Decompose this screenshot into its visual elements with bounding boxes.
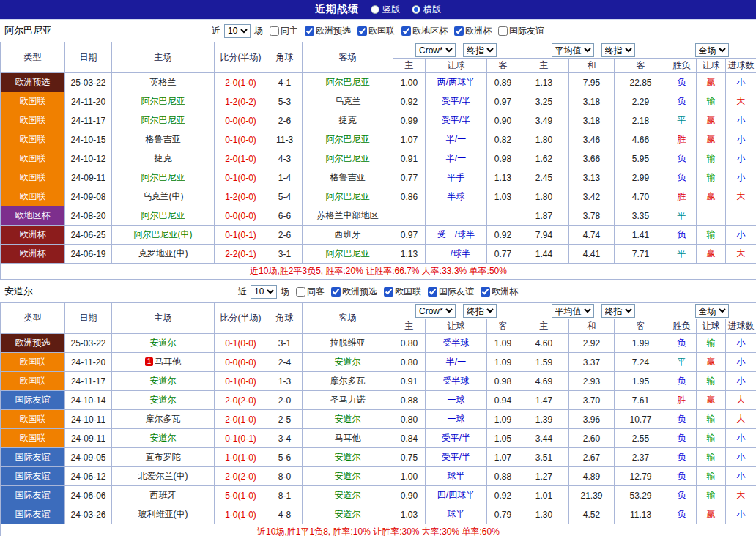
filter-checkbox-同主[interactable]: 同主 (270, 25, 298, 37)
avg-odds-select[interactable]: 平均值 (552, 304, 594, 318)
avg-home: 1.39 (519, 410, 569, 429)
filter-checkbox-欧洲预选[interactable]: 欧洲预选 (331, 286, 377, 298)
odds-away: 0.92 (487, 226, 519, 245)
column-header: 比分(半场) (215, 42, 267, 73)
avg-draw: 3.96 (569, 410, 615, 429)
handicap: 两/两球半 (426, 73, 487, 92)
sub-column-header: 让球 (697, 59, 726, 73)
sub-column-header: 和 (569, 59, 615, 73)
filter-checkbox-欧国联[interactable]: 欧国联 (357, 25, 395, 37)
odds-away: 1.13 (487, 168, 519, 187)
sub-column-header: 进球数 (726, 319, 756, 334)
corner-score: 2-5 (267, 410, 303, 429)
avg-home: 3.51 (519, 448, 569, 467)
filter-label: 同主 (281, 25, 298, 37)
result-outcome: 负 (667, 168, 697, 187)
checkbox-icon[interactable] (498, 26, 508, 36)
avg-home: 4.60 (519, 334, 569, 353)
checkbox-icon[interactable] (454, 26, 464, 36)
match-type-badge: 欧国联 (1, 92, 65, 111)
recent-count-select[interactable]: 10 (251, 285, 277, 299)
avg-away: 2.18 (615, 111, 667, 130)
match-row: 欧国联24-11-20阿尔巴尼亚1-2(0-2)5-3乌克兰0.92受平/半0.… (1, 92, 756, 111)
filter-games-label: 场 (281, 286, 289, 298)
filter-games-label: 场 (254, 25, 263, 37)
summary-row: 近10场,胜2平3负5, 胜率:20% 让胜率:66.7% 大率:33.3% 单… (1, 264, 756, 280)
odds-away: 0.92 (487, 486, 519, 505)
odds-home: 0.75 (393, 448, 426, 467)
checkbox-icon[interactable] (428, 287, 437, 297)
odds-home: 1.00 (393, 467, 426, 486)
filter-checkbox-欧国联[interactable]: 欧国联 (384, 286, 421, 298)
checkbox-icon[interactable] (384, 287, 393, 297)
column-header: 主场 (112, 42, 215, 73)
recent-count-select[interactable]: 10 (224, 24, 251, 38)
avg-home: 1.62 (519, 149, 569, 168)
odds-stage-select[interactable]: 终指 (463, 43, 497, 57)
odds-stage-select[interactable]: 终指 (463, 304, 497, 318)
result-outcome: 平 (667, 245, 697, 264)
scope-select[interactable]: 全场 (695, 43, 729, 57)
scope-select[interactable]: 全场 (695, 304, 729, 318)
avg-stage-select[interactable]: 终指 (601, 304, 635, 318)
result-goals: 大 (726, 410, 756, 429)
odds-company-select[interactable]: Crow* (415, 43, 456, 57)
match-date: 24-11-20 (65, 92, 112, 111)
score: 1-0(1-0) (215, 448, 267, 467)
filter-checkbox-欧洲预选[interactable]: 欧洲预选 (305, 25, 351, 37)
filter-checkbox-欧地区杯[interactable]: 欧地区杯 (401, 25, 448, 37)
sub-column-header: 客 (487, 59, 519, 73)
filter-checkbox-欧洲杯[interactable]: 欧洲杯 (481, 286, 518, 298)
home-team: 阿尔巴尼亚 (112, 92, 215, 111)
odds-away: 0.98 (487, 149, 519, 168)
sub-column-header: 胜负 (667, 59, 697, 73)
filter-checkbox-欧洲杯[interactable]: 欧洲杯 (454, 25, 492, 37)
filter-checkbox-同客[interactable]: 同客 (296, 286, 325, 298)
handicap: 四/四球半 (426, 486, 487, 505)
odds-away: 0.97 (487, 92, 519, 111)
column-header: 类型 (1, 303, 65, 334)
odds-company-select[interactable]: Crow* (415, 304, 456, 318)
match-type-badge: 欧国联 (1, 187, 65, 206)
checkbox-icon[interactable] (357, 26, 367, 36)
avg-away: 3.35 (615, 206, 667, 226)
odds-home (393, 206, 426, 226)
view-option-horizontal[interactable]: 横版 (412, 4, 441, 16)
result-handicap: 输 (697, 486, 726, 505)
checkbox-icon[interactable] (481, 287, 490, 297)
avg-away: 1.99 (615, 334, 667, 353)
checkbox-icon[interactable] (270, 26, 279, 36)
odds-home: 0.80 (393, 353, 426, 372)
match-type-badge: 欧国联 (1, 168, 65, 187)
checkbox-icon[interactable] (296, 287, 305, 297)
avg-home: 3.44 (519, 429, 569, 448)
checkbox-icon[interactable] (305, 26, 314, 36)
away-team: 摩尔多瓦 (303, 372, 393, 391)
avg-home: 1.80 (519, 187, 569, 206)
filter-checkbox-国际友谊[interactable]: 国际友谊 (428, 286, 474, 298)
checkbox-icon[interactable] (401, 26, 411, 36)
odds-home: 0.88 (393, 391, 426, 410)
corner-score: 3-4 (267, 429, 303, 448)
avg-stage-select[interactable]: 终指 (601, 43, 635, 57)
filter-label: 欧洲预选 (316, 25, 351, 37)
handicap: 平手 (426, 168, 487, 187)
topbar: 近期战绩 竖版 横版 (0, 0, 756, 19)
filter-checkbox-国际友谊[interactable]: 国际友谊 (498, 25, 544, 37)
view-option-vertical[interactable]: 竖版 (371, 4, 400, 16)
result-outcome: 负 (667, 372, 697, 391)
away-team: 格鲁吉亚 (303, 168, 393, 187)
score: 2-0(2-0) (215, 391, 267, 410)
column-header: 角球 (267, 42, 303, 73)
filters-bar: 近10场同客欧洲预选欧国联国际友谊欧洲杯 (238, 285, 518, 299)
corner-score: 2-6 (267, 111, 303, 130)
summary-row: 近10场,胜1平1负8, 胜率:10% 让胜率:30% 大率:30% 单率:60… (1, 524, 756, 536)
odds-home: 0.90 (393, 486, 426, 505)
corner-score: 2-6 (267, 226, 303, 245)
column-header: 日期 (65, 42, 112, 73)
result-goals: 小 (726, 353, 756, 372)
odds-away: 1.09 (487, 410, 519, 429)
avg-odds-select[interactable]: 平均值 (552, 43, 594, 57)
checkbox-icon[interactable] (331, 287, 341, 297)
score: 0-1(0-0) (215, 130, 267, 149)
